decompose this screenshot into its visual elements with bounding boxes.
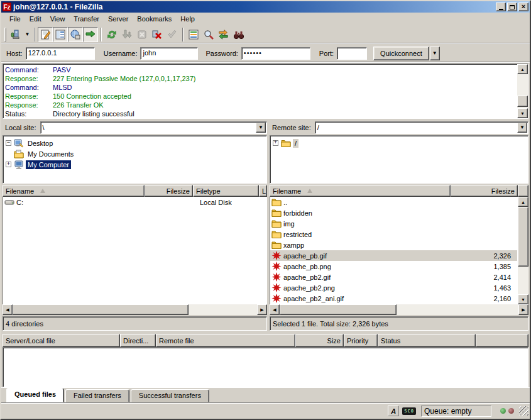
cancel-operation-button[interactable] bbox=[134, 27, 150, 42]
menu-help[interactable]: Help bbox=[176, 14, 199, 24]
scrollbar-thumb[interactable] bbox=[280, 304, 397, 315]
tree-item-label[interactable]: My Documents bbox=[26, 150, 75, 158]
remote-site-value[interactable]: / bbox=[315, 124, 517, 131]
file-row-apache-pb-png[interactable]: apache_pb.png 1,385 bbox=[270, 261, 517, 272]
refresh-button[interactable] bbox=[104, 27, 119, 42]
quickconnect-button[interactable]: Quickconnect bbox=[373, 47, 429, 60]
scrollbar-thumb[interactable] bbox=[518, 207, 528, 267]
local-column-filetype[interactable]: Filetype bbox=[193, 185, 259, 197]
menu-bookmarks[interactable]: Bookmarks bbox=[133, 14, 176, 24]
queue-column-direction[interactable]: Directi... bbox=[120, 334, 156, 347]
scroll-down-button[interactable]: ▼ bbox=[518, 294, 528, 304]
expand-icon[interactable]: + bbox=[6, 162, 11, 167]
queue-column-priority[interactable]: Priority bbox=[344, 334, 378, 347]
expand-icon[interactable]: + bbox=[273, 140, 278, 146]
queue-column-remote-file[interactable]: Remote file bbox=[156, 334, 295, 347]
menu-edit[interactable]: Edit bbox=[25, 14, 46, 24]
scrollbar-thumb[interactable] bbox=[517, 96, 528, 107]
scrollbar-track[interactable] bbox=[280, 304, 518, 315]
scroll-down-button[interactable]: ▼ bbox=[517, 108, 528, 118]
local-column-filesize[interactable]: Filesize bbox=[145, 185, 193, 197]
queue-column-size[interactable]: Size bbox=[295, 334, 344, 347]
file-row-restricted[interactable]: restricted bbox=[270, 229, 517, 240]
site-manager-button[interactable] bbox=[8, 27, 23, 42]
quickconnect-dropdown-button[interactable]: ▼ bbox=[430, 47, 440, 60]
local-site-value[interactable]: \ bbox=[41, 124, 255, 131]
tab-queued-files[interactable]: Queued files bbox=[6, 388, 64, 402]
directory-listing-filters-button[interactable] bbox=[186, 27, 201, 42]
file-row-img[interactable]: img bbox=[270, 218, 517, 229]
tree-item-root[interactable]: + / bbox=[273, 138, 527, 148]
file-row-forbidden[interactable]: forbidden bbox=[270, 207, 517, 218]
resize-grip[interactable] bbox=[519, 406, 528, 416]
scrollbar-track[interactable] bbox=[13, 304, 257, 315]
menu-server[interactable]: Server bbox=[104, 14, 133, 24]
scroll-right-button[interactable]: ▶ bbox=[518, 304, 528, 315]
tree-item-label[interactable]: / bbox=[293, 139, 298, 148]
queue-column-server-local-file[interactable]: Server/Local file bbox=[3, 334, 120, 347]
disconnect-button[interactable] bbox=[150, 27, 165, 42]
scrollbar-track[interactable] bbox=[518, 207, 528, 294]
scroll-left-button[interactable]: ◀ bbox=[270, 304, 280, 315]
local-site-dropdown-button[interactable]: ▼ bbox=[256, 123, 266, 133]
file-search-button[interactable] bbox=[201, 27, 216, 42]
file-row-parent-dir[interactable]: .. bbox=[270, 197, 517, 207]
local-site-combo[interactable]: \ ▼ bbox=[40, 121, 267, 134]
site-manager-dropdown-button[interactable]: ▼ bbox=[23, 27, 31, 42]
remote-column-filesize[interactable]: Filesize bbox=[451, 185, 518, 197]
tree-item-label-selected[interactable]: My Computer bbox=[26, 160, 71, 169]
toggle-local-treeview-button[interactable] bbox=[53, 27, 68, 42]
remote-site-dropdown-button[interactable]: ▼ bbox=[517, 123, 527, 133]
toggle-remote-treeview-button[interactable] bbox=[68, 27, 83, 42]
tree-item-label[interactable]: Desktop bbox=[26, 139, 55, 148]
local-file-row-drive-c[interactable]: C: Local Disk bbox=[3, 197, 266, 207]
host-input[interactable]: 127.0.0.1 bbox=[26, 47, 95, 60]
process-queue-button[interactable] bbox=[119, 27, 134, 42]
minimize-button[interactable] bbox=[496, 3, 506, 11]
scrollbar-track[interactable] bbox=[517, 74, 528, 108]
username-input[interactable]: john bbox=[140, 47, 198, 60]
file-row-xampp[interactable]: xampp bbox=[270, 240, 517, 250]
reconnect-button[interactable] bbox=[165, 27, 180, 42]
tab-failed-transfers[interactable]: Failed transfers bbox=[65, 389, 129, 402]
queue-column-status[interactable]: Status bbox=[378, 334, 476, 347]
toggle-message-log-button[interactable] bbox=[38, 27, 53, 42]
menu-transfer[interactable]: Transfer bbox=[69, 14, 104, 24]
remote-site-combo[interactable]: / ▼ bbox=[315, 121, 528, 134]
scrollbar-thumb[interactable] bbox=[13, 304, 189, 315]
tree-item-desktop[interactable]: − Desktop bbox=[6, 138, 265, 148]
local-column-filename[interactable]: Filename bbox=[3, 185, 145, 197]
local-column-last-modified-truncated[interactable]: L bbox=[259, 185, 267, 197]
file-row-apache-pb2-ani-gif[interactable]: apache_pb2_ani.gif 2,160 bbox=[270, 293, 517, 304]
close-button[interactable]: × bbox=[518, 3, 528, 11]
synchronized-browsing-button[interactable] bbox=[216, 27, 231, 42]
toolbar-grip[interactable] bbox=[4, 28, 6, 41]
maximize-button[interactable] bbox=[507, 3, 517, 11]
file-row-apache-pb-gif-selected[interactable]: apache_pb.gif 2,326 bbox=[270, 250, 517, 261]
menu-file[interactable]: File bbox=[5, 14, 25, 24]
scroll-right-button[interactable]: ▶ bbox=[257, 304, 267, 315]
collapse-icon[interactable]: − bbox=[6, 140, 11, 146]
port-input[interactable] bbox=[337, 47, 367, 60]
file-row-apache-pb2-png[interactable]: apache_pb2.png 1,463 bbox=[270, 282, 517, 293]
toggle-transfer-queue-button[interactable] bbox=[83, 27, 98, 42]
transfer-type-indicator[interactable]: A bbox=[388, 406, 399, 416]
scroll-left-button[interactable]: ◀ bbox=[3, 304, 13, 315]
remote-horizontal-scrollbar[interactable]: ◀ ▶ bbox=[270, 304, 528, 315]
file-row-apache-pb2-gif[interactable]: apache_pb2.gif 2,414 bbox=[270, 272, 517, 282]
transfer-queue-list[interactable] bbox=[3, 347, 528, 387]
tree-item-my-documents[interactable]: My Documents bbox=[6, 148, 265, 159]
find-files-button[interactable] bbox=[231, 27, 246, 42]
title-bar[interactable]: Fz john@127.0.0.1 - FileZilla × bbox=[1, 1, 530, 13]
tree-item-my-computer[interactable]: + My Computer bbox=[6, 159, 265, 170]
tab-successful-transfers[interactable]: Successful transfers bbox=[131, 389, 209, 402]
remote-column-filename[interactable]: Filename bbox=[270, 185, 451, 197]
speed-limit-indicator-icon[interactable]: SCO bbox=[402, 407, 416, 415]
log-vertical-scrollbar[interactable]: ▲ ▼ bbox=[517, 64, 528, 118]
scroll-up-button[interactable]: ▲ bbox=[518, 197, 528, 207]
menu-view[interactable]: View bbox=[46, 14, 70, 24]
local-horizontal-scrollbar[interactable]: ◀ ▶ bbox=[3, 304, 267, 315]
password-input[interactable]: •••••• bbox=[241, 47, 310, 60]
scroll-up-button[interactable]: ▲ bbox=[517, 64, 528, 74]
remote-vertical-scrollbar[interactable]: ▲ ▼ bbox=[518, 197, 528, 304]
